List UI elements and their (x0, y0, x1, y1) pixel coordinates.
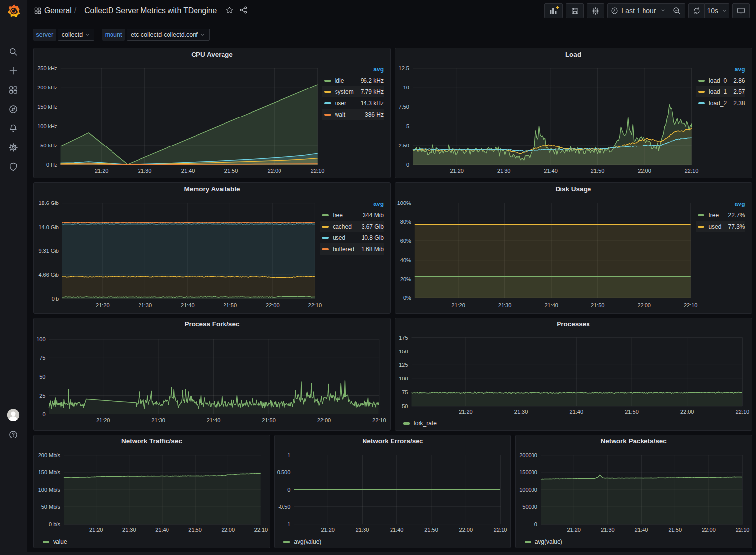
svg-text:21:50: 21:50 (224, 168, 238, 174)
svg-text:22:10: 22:10 (311, 168, 325, 174)
svg-text:22:00: 22:00 (638, 168, 651, 174)
svg-text:0 Hz: 0 Hz (46, 162, 57, 168)
svg-text:22:00: 22:00 (268, 168, 281, 174)
svg-text:50 kHz: 50 kHz (40, 143, 57, 148)
svg-text:22:00: 22:00 (266, 302, 280, 308)
svg-text:100: 100 (399, 376, 408, 381)
svg-text:21:50: 21:50 (625, 409, 639, 415)
svg-text:22:00: 22:00 (702, 527, 716, 533)
svg-text:100%: 100% (397, 200, 411, 206)
svg-text:21:20: 21:20 (450, 168, 464, 174)
svg-text:0: 0 (287, 487, 290, 493)
svg-text:50: 50 (39, 374, 45, 380)
svg-text:21:50: 21:50 (668, 527, 682, 533)
svg-text:21:20: 21:20 (96, 302, 110, 308)
svg-text:-0.50: -0.50 (279, 504, 291, 510)
svg-text:22:00: 22:00 (317, 417, 331, 423)
svg-text:50000: 50000 (522, 504, 537, 510)
svg-text:21:50: 21:50 (262, 417, 276, 423)
svg-text:22:10: 22:10 (254, 527, 268, 533)
svg-text:22:10: 22:10 (735, 409, 749, 415)
svg-text:22:10: 22:10 (684, 168, 698, 174)
svg-text:22:10: 22:10 (736, 527, 750, 533)
svg-text:21:20: 21:20 (89, 527, 103, 533)
svg-text:21:30: 21:30 (139, 302, 152, 308)
svg-text:75: 75 (39, 355, 45, 361)
svg-text:21:30: 21:30 (498, 302, 511, 308)
svg-text:250 kHz: 250 kHz (37, 65, 57, 71)
svg-text:21:20: 21:20 (95, 168, 109, 174)
svg-text:21:30: 21:30 (356, 527, 369, 533)
svg-text:21:50: 21:50 (590, 302, 604, 308)
svg-text:22:00: 22:00 (680, 409, 694, 415)
svg-text:125: 125 (399, 362, 408, 368)
svg-text:21:30: 21:30 (514, 409, 528, 415)
svg-text:175: 175 (399, 335, 408, 341)
svg-text:21:40: 21:40 (207, 417, 221, 423)
svg-text:60%: 60% (400, 238, 411, 244)
svg-text:22:00: 22:00 (459, 527, 473, 533)
svg-text:4.66 Gib: 4.66 Gib (38, 272, 59, 278)
svg-text:21:30: 21:30 (601, 527, 615, 533)
svg-text:25: 25 (39, 393, 45, 399)
svg-text:21:40: 21:40 (569, 409, 583, 415)
svg-text:80%: 80% (400, 219, 411, 225)
svg-text:0: 0 (534, 521, 537, 527)
svg-text:21:20: 21:20 (567, 527, 581, 533)
svg-text:200 kHz: 200 kHz (37, 85, 57, 90)
svg-text:21:40: 21:40 (155, 527, 169, 533)
svg-text:21:30: 21:30 (122, 527, 136, 533)
svg-text:21:40: 21:40 (544, 302, 558, 308)
svg-text:150 kHz: 150 kHz (37, 104, 57, 110)
svg-text:21:30: 21:30 (138, 168, 152, 174)
svg-text:100000: 100000 (519, 487, 537, 493)
svg-text:100 Mb/s: 100 Mb/s (38, 487, 61, 493)
svg-text:21:20: 21:20 (321, 527, 335, 533)
svg-text:22:10: 22:10 (683, 302, 697, 308)
svg-text:1: 1 (287, 452, 290, 458)
svg-text:22:10: 22:10 (372, 417, 386, 423)
svg-text:10: 10 (403, 85, 409, 90)
svg-text:21:20: 21:20 (96, 417, 110, 423)
svg-text:7.50: 7.50 (398, 104, 409, 110)
svg-text:0: 0 (42, 411, 45, 417)
svg-text:50 Mb/s: 50 Mb/s (41, 504, 61, 510)
svg-text:150: 150 (399, 349, 408, 354)
svg-text:200000: 200000 (519, 452, 537, 458)
svg-text:21:50: 21:50 (224, 302, 237, 308)
svg-text:100: 100 (36, 336, 45, 342)
svg-text:21:40: 21:40 (390, 527, 404, 533)
svg-text:0 b: 0 b (52, 296, 59, 302)
svg-text:12.5: 12.5 (398, 65, 409, 71)
svg-text:200 Mb/s: 200 Mb/s (38, 452, 61, 458)
svg-text:21:50: 21:50 (590, 168, 604, 174)
svg-text:21:20: 21:20 (451, 302, 465, 308)
svg-text:21:40: 21:40 (635, 527, 648, 533)
svg-text:21:40: 21:40 (181, 302, 195, 308)
svg-text:0%: 0% (403, 295, 411, 301)
svg-text:22:00: 22:00 (637, 302, 651, 308)
svg-text:5: 5 (406, 123, 409, 129)
svg-text:14.0 Gib: 14.0 Gib (38, 224, 59, 230)
svg-text:21:40: 21:40 (181, 168, 195, 174)
svg-text:150 Mb/s: 150 Mb/s (38, 469, 61, 475)
svg-text:0 b/s: 0 b/s (49, 521, 60, 527)
svg-text:21:30: 21:30 (151, 417, 165, 423)
svg-text:22:00: 22:00 (222, 527, 235, 533)
svg-text:40%: 40% (400, 257, 411, 263)
svg-text:22:10: 22:10 (494, 527, 507, 533)
svg-text:18.6 Gib: 18.6 Gib (38, 200, 59, 206)
svg-text:0.500: 0.500 (277, 469, 291, 475)
svg-text:21:30: 21:30 (497, 168, 510, 174)
svg-text:50: 50 (402, 403, 408, 409)
svg-text:9.31 Gib: 9.31 Gib (38, 248, 59, 254)
svg-text:21:50: 21:50 (425, 527, 439, 533)
svg-text:100 kHz: 100 kHz (37, 123, 57, 129)
svg-text:150000: 150000 (519, 469, 537, 475)
svg-text:0: 0 (406, 162, 409, 168)
svg-text:21:20: 21:20 (459, 409, 473, 415)
svg-text:2.50: 2.50 (398, 143, 409, 148)
svg-text:21:40: 21:40 (544, 168, 558, 174)
svg-text:-1: -1 (286, 521, 291, 527)
svg-text:75: 75 (402, 389, 408, 395)
